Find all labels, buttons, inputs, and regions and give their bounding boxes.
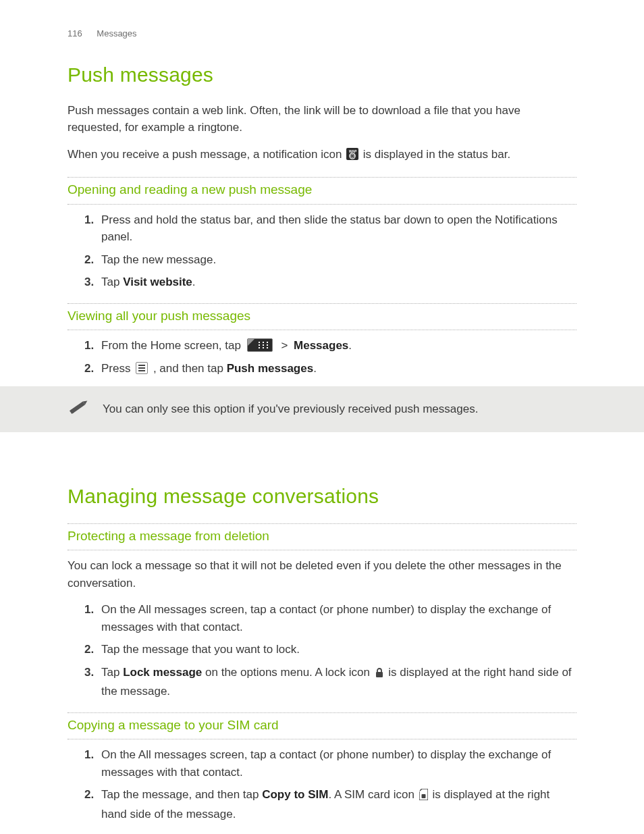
divider	[68, 177, 576, 178]
list-item: Tap the new message.	[97, 251, 576, 269]
page-number: 116	[68, 28, 82, 38]
push-intro-paragraph: Push messages contain a web link. Often,…	[68, 102, 576, 136]
breadcrumb-section: Messages	[97, 28, 136, 38]
sim-card-icon	[419, 788, 428, 806]
svg-rect-3	[71, 401, 85, 413]
copy-to-sim-steps: On the All messages screen, tap a contac…	[68, 746, 576, 823]
note-callout: You can only see this option if you've p…	[0, 386, 644, 432]
list-item: On the All messages screen, tap a contac…	[97, 601, 576, 635]
heading-push-messages: Push messages	[68, 59, 576, 90]
heading-protecting-message: Protecting a message from deletion	[68, 527, 576, 546]
divider	[68, 550, 576, 550]
list-item: Tap Visit website.	[97, 273, 576, 291]
note-text: You can only see this option if you've p…	[103, 400, 478, 418]
opening-push-steps: Press and hold the status bar, and then …	[68, 211, 576, 291]
push-notification-paragraph: When you receive a push message, a notif…	[68, 146, 576, 165]
divider	[68, 523, 576, 524]
wap-push-notification-icon: WAP	[346, 148, 358, 165]
chevron-right-icon: >	[281, 339, 288, 352]
list-item: From the Home screen, tap > Messages.	[97, 337, 576, 355]
svg-text:WAP: WAP	[349, 149, 357, 153]
protecting-steps: On the All messages screen, tap a contac…	[68, 601, 576, 700]
viewing-push-steps: From the Home screen, tap > Messages. Pr…	[68, 337, 576, 377]
heading-opening-push: Opening and reading a new push message	[68, 180, 576, 200]
list-item: Press , and then tap Push messages.	[97, 360, 576, 377]
breadcrumb: 116 Messages	[68, 27, 576, 41]
heading-managing-conversations: Managing message conversations	[68, 481, 576, 511]
heading-viewing-all-push: Viewing all your push messages	[68, 307, 576, 326]
svg-rect-7	[421, 794, 425, 798]
list-item: Tap Lock message on the options menu. A …	[97, 664, 576, 700]
divider	[68, 739, 576, 739]
pencil-icon	[68, 397, 90, 421]
svg-rect-6	[376, 672, 383, 677]
divider	[68, 712, 576, 713]
heading-copy-to-sim: Copying a message to your SIM card	[68, 716, 576, 735]
list-item: On the All messages screen, tap a contac…	[97, 746, 576, 781]
list-item: Press and hold the status bar, and then …	[97, 211, 576, 246]
lock-icon	[375, 666, 384, 683]
menu-icon	[136, 362, 148, 374]
divider	[68, 303, 576, 304]
all-apps-icon	[247, 338, 273, 352]
divider	[68, 204, 576, 205]
list-item: Tap the message that you want to lock.	[97, 641, 576, 658]
protect-intro-paragraph: You can lock a message so that it will n…	[68, 557, 576, 592]
divider	[68, 330, 576, 330]
list-item: Tap the message, and then tap Copy to SI…	[97, 786, 576, 823]
